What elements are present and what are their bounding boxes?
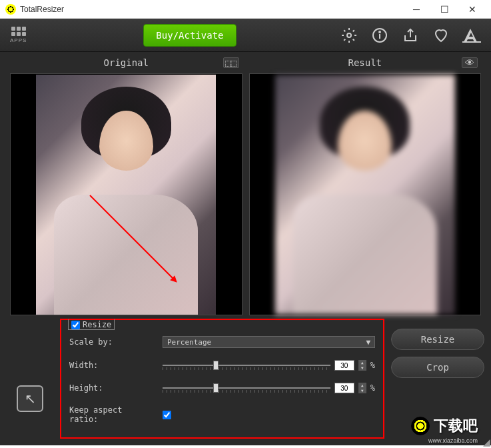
heart-icon[interactable]: [432, 26, 450, 45]
info-icon[interactable]: [370, 26, 389, 45]
compare-toggle-icon[interactable]: ⬚⬚: [223, 57, 239, 68]
nav-arrow-button[interactable]: ↖: [17, 385, 43, 412]
result-image-area: [249, 73, 482, 315]
apps-button[interactable]: APPS: [10, 27, 27, 43]
watermark-url: www.xiazaiba.com: [428, 437, 478, 444]
original-image-area: [10, 73, 243, 315]
watermark: 下载吧: [411, 416, 478, 436]
width-unit: %: [370, 361, 375, 370]
logo-a-icon[interactable]: [462, 26, 481, 45]
width-spinner[interactable]: ▲▼: [358, 360, 366, 371]
width-slider[interactable]: [163, 361, 330, 370]
keep-ratio-label: Keep aspect ratio:: [69, 405, 156, 424]
keep-ratio-checkbox[interactable]: [163, 411, 171, 419]
svg-point-3: [379, 31, 380, 33]
close-button[interactable]: ✕: [459, 1, 486, 17]
height-label: Height:: [69, 383, 156, 393]
scale-by-value: Percentage: [167, 338, 211, 347]
height-unit: %: [370, 383, 375, 393]
crop-button[interactable]: Crop: [391, 357, 484, 378]
original-label: Original: [104, 57, 149, 68]
watermark-text: 下载吧: [434, 416, 478, 436]
maximize-button[interactable]: ☐: [431, 1, 458, 17]
window-title: TotalResizer: [20, 5, 403, 14]
result-label: Result: [348, 57, 382, 68]
gear-icon[interactable]: [340, 26, 358, 45]
chevron-down-icon: ▼: [366, 338, 370, 347]
resize-handle[interactable]: ◢: [483, 437, 490, 447]
resize-legend: Resize: [83, 320, 111, 329]
resize-enable-checkbox[interactable]: [71, 321, 80, 329]
apps-grid-icon: [11, 27, 26, 36]
minimize-button[interactable]: ─: [403, 1, 430, 17]
width-input[interactable]: [334, 360, 354, 371]
height-input[interactable]: [334, 383, 354, 393]
apps-label: APPS: [10, 37, 27, 43]
height-spinner[interactable]: ▲▼: [358, 383, 366, 393]
resize-panel: Resize Scale by: Percentage ▼ Width: ▲▼ …: [60, 319, 384, 439]
eye-icon[interactable]: 👁: [462, 57, 478, 68]
resize-button[interactable]: Resize: [391, 329, 484, 350]
width-label: Width:: [69, 361, 156, 370]
share-icon[interactable]: [401, 26, 420, 45]
svg-point-0: [347, 33, 351, 37]
height-slider[interactable]: [163, 383, 330, 393]
activate-button[interactable]: Buy/Activate: [143, 24, 236, 47]
app-icon: [5, 4, 16, 15]
scale-by-label: Scale by:: [69, 337, 156, 347]
watermark-icon: [411, 417, 430, 435]
scale-by-select[interactable]: Percentage ▼: [163, 336, 375, 348]
